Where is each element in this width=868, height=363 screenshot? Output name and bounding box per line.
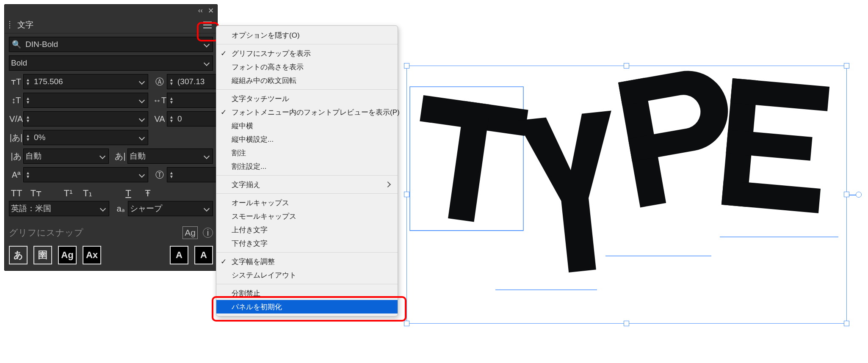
subscript-button[interactable]: T₁ [81, 187, 94, 199]
stepper-icon[interactable]: ▲▼ [24, 171, 32, 179]
glyph-btn-f[interactable]: A [194, 246, 213, 264]
hamburger-icon [200, 19, 215, 31]
font-style-field[interactable]: Bold [9, 55, 213, 71]
menu-item-font_preview[interactable]: ✓フォントメニュー内のフォントプレビューを表示(P) [216, 105, 398, 119]
menu-item-label: フォントメニュー内のフォントプレビューを表示(P) [232, 107, 400, 117]
menu-item-font_height[interactable]: フォントの高さを表示 [216, 60, 398, 74]
vscale-field[interactable]: ▲▼ [23, 93, 148, 108]
char-rotation-icon: Ⓣ [152, 169, 167, 181]
font-size-field[interactable]: ▲▼ [23, 74, 148, 89]
aki-left-field[interactable]: 自動 [23, 148, 109, 164]
panel-body: 🔍 Bold ᴛT ▲▼ Ⓐ [5, 33, 217, 223]
chevron-down-icon[interactable] [201, 59, 213, 67]
info-icon[interactable]: i [203, 228, 213, 238]
language-field[interactable]: 英語：米国 [9, 201, 109, 216]
font-family-input[interactable] [24, 40, 201, 49]
menu-item-tcy[interactable]: 縦中横 [216, 119, 398, 132]
rotation-handle[interactable] [856, 192, 862, 198]
glyph-btn-d[interactable]: Ax [83, 246, 101, 264]
panel-drag-handle[interactable] [5, 21, 12, 28]
type-artwork [406, 66, 855, 324]
menu-item-warichu[interactable]: 割注 [216, 146, 398, 160]
stepper-icon[interactable]: ▲▼ [167, 96, 176, 104]
chevron-down-icon[interactable] [97, 152, 108, 160]
collapse-icon[interactable]: ‹‹ [198, 6, 203, 15]
vscale-icon: ↕T [9, 96, 23, 105]
smallcaps-button[interactable]: Tᴛ [29, 187, 43, 199]
menu-item-smallcaps[interactable]: スモールキャップス [216, 209, 398, 223]
font-family-field[interactable]: 🔍 [9, 37, 213, 52]
chevron-down-icon[interactable] [136, 77, 148, 86]
menu-item-subscript[interactable]: 下付き文字 [216, 236, 398, 250]
kerning-input[interactable] [32, 114, 136, 124]
panel-tab-character[interactable]: 文字 [12, 19, 39, 30]
menu-item-touch_tool[interactable]: 文字タッチツール [216, 92, 398, 105]
aki-right-field[interactable]: 自動 [127, 148, 213, 164]
superscript-button[interactable]: T¹ [61, 187, 75, 199]
tsume-field[interactable]: ▲▼ [23, 130, 148, 145]
baseline-shift-icon: Aª [9, 170, 23, 180]
menu-item-label: 縦組み中の欧文回転 [232, 76, 296, 85]
svg-marker-7 [517, 110, 628, 276]
menu-item-superscript[interactable]: 上付き文字 [216, 223, 398, 236]
aki-right-value: 自動 [128, 151, 201, 162]
glyph-btn-e[interactable]: A [170, 246, 188, 264]
tsume-input[interactable] [32, 133, 136, 142]
chevron-down-icon[interactable] [136, 96, 148, 104]
underline-button[interactable]: T [122, 187, 135, 199]
font-style-value: Bold [9, 58, 201, 68]
menu-item-reset_panel[interactable]: パネルを初期化 [216, 300, 398, 314]
search-icon: 🔍 [9, 40, 24, 49]
panel-menu-button[interactable] [200, 19, 215, 31]
menu-item-hide_options[interactable]: オプションを隠す(O) [216, 28, 398, 42]
strikethrough-button[interactable]: Ŧ [141, 187, 155, 199]
menu-item-warichu_settings[interactable]: 割注設定... [216, 160, 398, 173]
menu-item-allcaps[interactable]: オールキャップス [216, 196, 398, 209]
snap-ag-icon[interactable]: Ag [182, 226, 198, 239]
kerning-field[interactable]: ▲▼ [23, 111, 148, 126]
antialias-icon: aₐ [113, 204, 128, 214]
menu-item-label: 下付き文字 [232, 239, 268, 248]
menu-item-tcy_settings[interactable]: 縦中横設定... [216, 132, 398, 146]
glyph-btn-c[interactable]: Ag [58, 246, 77, 264]
menu-item-label: スモールキャップス [232, 212, 296, 221]
menu-item-snap_glyph[interactable]: ✓グリフにスナップを表示 [216, 47, 398, 60]
glyph-btn-a[interactable]: あ [9, 246, 28, 264]
menu-item-label: 分割禁止 [232, 289, 260, 298]
chevron-down-icon[interactable] [201, 152, 213, 160]
stepper-icon[interactable]: ▲▼ [167, 115, 176, 123]
antialias-field[interactable]: シャープ [128, 201, 213, 216]
hscale-icon: ↔T [152, 96, 167, 105]
character-panel: ‹‹ ✕ 文字 🔍 Bold ᴛT [4, 4, 218, 271]
menu-item-label: 割注設定... [232, 162, 266, 171]
glyph-btn-b[interactable]: 圉 [33, 246, 52, 264]
stepper-icon[interactable]: ▲▼ [24, 115, 32, 123]
stepper-icon[interactable]: ▲▼ [24, 78, 32, 85]
vscale-input[interactable] [32, 96, 136, 105]
stepper-icon[interactable]: ▲▼ [24, 96, 32, 104]
chevron-down-icon[interactable] [136, 170, 148, 179]
close-icon[interactable]: ✕ [208, 6, 214, 15]
chevron-down-icon[interactable] [201, 204, 213, 213]
aki-left-icon: |あ [9, 151, 23, 162]
menu-item-mojisoroe[interactable]: 文字揃え [216, 178, 398, 191]
chevron-down-icon[interactable] [201, 40, 213, 49]
baseline-shift-field[interactable]: ▲▼ [23, 167, 148, 182]
chevron-down-icon[interactable] [136, 115, 148, 123]
chevron-down-icon[interactable] [136, 133, 148, 142]
menu-item-label: 文字幅を調整 [232, 257, 275, 267]
allcaps-button[interactable]: TT [10, 187, 23, 199]
stepper-icon[interactable]: ▲▼ [167, 171, 176, 179]
stepper-icon[interactable]: ▲▼ [167, 78, 176, 85]
chevron-down-icon[interactable] [97, 204, 109, 213]
font-size-input[interactable] [32, 77, 136, 86]
menu-item-system_layout[interactable]: システムレイアウト [216, 268, 398, 282]
panel-tabbar: 文字 [5, 16, 217, 33]
tsume-icon: |あ| [9, 132, 23, 143]
menu-item-label: 縦中横 [232, 121, 253, 131]
baseline-shift-input[interactable] [32, 170, 136, 179]
stepper-icon[interactable]: ▲▼ [24, 134, 32, 141]
menu-item-no_break[interactable]: 分割禁止 [216, 286, 398, 300]
menu-item-adjust_width[interactable]: ✓文字幅を調整 [216, 255, 398, 268]
menu-item-tcy_rotate[interactable]: 縦組み中の欧文回転 [216, 74, 398, 87]
